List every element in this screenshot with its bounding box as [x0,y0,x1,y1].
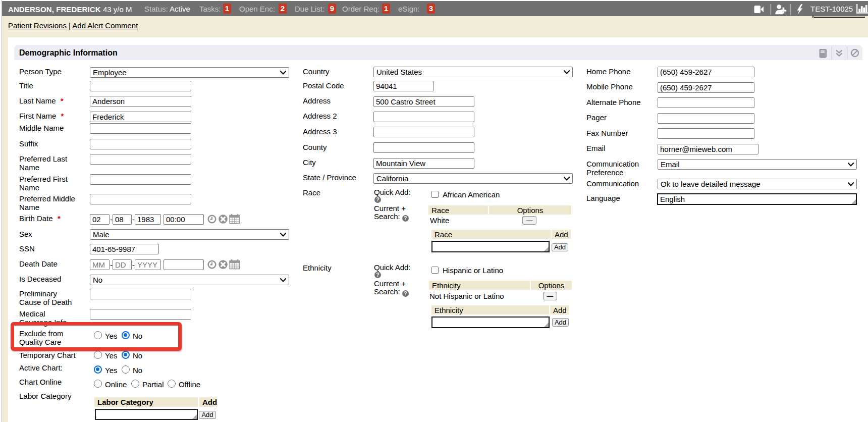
svg-text:TEST-10025: TEST-10025 [810,5,853,13]
